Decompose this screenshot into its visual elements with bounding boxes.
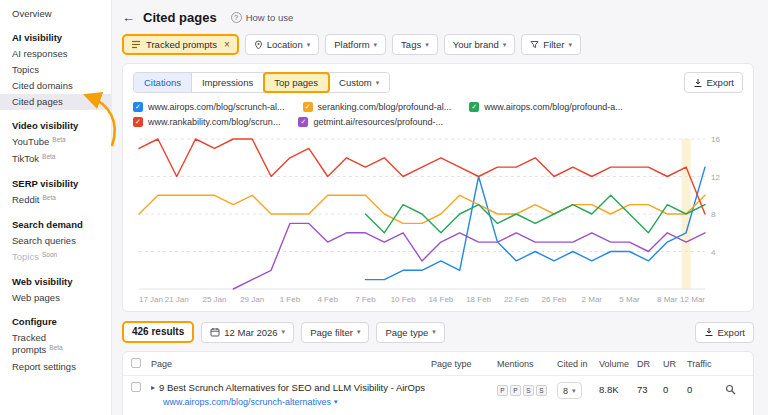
platform-badge-s: S <box>523 385 534 396</box>
svg-text:8: 8 <box>711 210 716 219</box>
line-chart: 48121617 Jan21 Jan25 Jan29 Jan1 Feb4 Feb… <box>133 131 743 309</box>
sidebar-label: AI visibility <box>12 32 62 43</box>
sidebar-item-youtube[interactable]: YouTubeBeta <box>0 134 111 151</box>
page-filter-dropdown[interactable]: Page filter ▾ <box>301 322 369 343</box>
mentions-cell: PPSS <box>497 382 557 396</box>
legend-item-4[interactable]: ✓getmint.ai/resources/profound-... <box>298 117 443 127</box>
main-content: ← Cited pages ? How to use Tracked promp… <box>112 0 768 415</box>
how-to-use-link[interactable]: ? How to use <box>231 12 294 23</box>
sidebar-item-tracked-prompts[interactable]: Tracked promptsBeta <box>0 330 111 359</box>
sidebar-item-reddit[interactable]: RedditBeta <box>0 192 111 209</box>
back-arrow-icon[interactable]: ← <box>122 10 135 25</box>
sidebar: OverviewAI visibilityAI responsesTopicsC… <box>0 0 112 415</box>
prompt-list-icon <box>131 40 141 49</box>
legend-label: seranking.com/blog/profound-al... <box>318 102 452 112</box>
sidebar-section-serp-visibility: SERP visibility <box>0 176 111 192</box>
platform-dropdown[interactable]: Platform ▾ <box>325 34 386 55</box>
chevron-down-icon: ▾ <box>307 41 311 49</box>
sidebar-item-overview[interactable]: Overview <box>0 6 111 22</box>
svg-text:4 Feb: 4 Feb <box>317 295 338 304</box>
svg-text:7 Feb: 7 Feb <box>355 295 376 304</box>
svg-text:17 Jan: 17 Jan <box>139 295 163 304</box>
legend-item-0[interactable]: ✓www.airops.com/blog/scrunch-al... <box>133 102 285 112</box>
sidebar-item-report-settings[interactable]: Report settings <box>0 359 111 375</box>
legend-checkbox-icon[interactable]: ✓ <box>133 102 143 112</box>
your-brand-dropdown[interactable]: Your brand ▾ <box>444 34 516 55</box>
svg-text:21 Jan: 21 Jan <box>165 295 189 304</box>
tab-impressions[interactable]: Impressions <box>192 73 264 92</box>
badge-soon: Soon <box>42 251 57 258</box>
tracked-prompts-chip[interactable]: Tracked prompts × <box>122 34 239 55</box>
chip-close-icon[interactable]: × <box>224 39 230 50</box>
tags-dropdown[interactable]: Tags ▾ <box>392 34 438 55</box>
page-url-link[interactable]: www.airops.com/blog/scrunch-alternatives… <box>163 397 431 407</box>
date-range-label: 12 Mar 2026 <box>224 327 277 338</box>
traffic-cell: 0 <box>687 382 725 395</box>
col-ur[interactable]: UR <box>663 359 687 369</box>
svg-text:1 Feb: 1 Feb <box>280 295 301 304</box>
sidebar-item-ai-responses[interactable]: AI responses <box>0 46 111 62</box>
svg-text:12 Mar: 12 Mar <box>680 295 705 304</box>
tab-citations[interactable]: Citations <box>134 73 192 92</box>
sidebar-item-cited-pages[interactable]: Cited pages <box>0 94 111 110</box>
platform-badge-s: S <box>536 385 547 396</box>
legend-checkbox-icon[interactable]: ✓ <box>469 102 479 112</box>
page-url-text: www.airops.com/blog/scrunch-alternatives <box>163 397 331 407</box>
tab-custom[interactable]: Custom ▾ <box>329 73 389 92</box>
legend-item-2[interactable]: ✓www.airops.com/blog/profound-a... <box>469 102 623 112</box>
legend-checkbox-icon[interactable]: ✓ <box>303 102 313 112</box>
chevron-down-icon: ▾ <box>357 328 361 336</box>
col-mentions[interactable]: Mentions <box>497 359 557 369</box>
page-title: Cited pages <box>143 10 217 25</box>
chart-export-button[interactable]: Export <box>684 72 743 93</box>
legend-label: www.airops.com/blog/profound-a... <box>484 102 623 112</box>
legend-item-1[interactable]: ✓seranking.com/blog/profound-al... <box>303 102 452 112</box>
chart-legend: ✓www.airops.com/blog/scrunch-al...✓seran… <box>133 102 743 127</box>
platform-badge-p: P <box>510 385 521 396</box>
legend-checkbox-icon[interactable]: ✓ <box>133 117 143 127</box>
svg-text:18 Feb: 18 Feb <box>466 295 491 304</box>
sidebar-label: AI responses <box>12 48 67 59</box>
col-cited-in[interactable]: Cited in <box>557 359 599 369</box>
legend-checkbox-icon[interactable]: ✓ <box>298 117 308 127</box>
cited-in-dropdown[interactable]: 8 ▾ <box>557 382 582 399</box>
sidebar-label: Tracked prompts <box>12 332 46 355</box>
page-type-dropdown[interactable]: Page type ▾ <box>376 322 444 343</box>
sidebar-nav: OverviewAI visibilityAI responsesTopicsC… <box>0 6 111 375</box>
col-volume[interactable]: Volume <box>599 359 637 369</box>
sidebar-item-search-queries[interactable]: Search queries <box>0 233 111 249</box>
table-export-button[interactable]: Export <box>695 322 754 343</box>
col-traffic[interactable]: Traffic <box>687 359 725 369</box>
volume-cell: 8.8K <box>599 382 637 395</box>
sidebar-label: Cited pages <box>12 96 63 107</box>
location-pin-icon <box>254 40 263 50</box>
tab-top-pages[interactable]: Top pages <box>264 73 329 92</box>
sidebar-label: TikTok <box>12 153 39 164</box>
export-icon <box>704 327 714 337</box>
ur-cell: 0 <box>663 382 687 395</box>
inspect-icon[interactable] <box>725 382 745 397</box>
chevron-down-icon: ▾ <box>334 398 338 406</box>
col-page-type[interactable]: Page type <box>431 359 497 369</box>
how-to-use-label: How to use <box>246 12 294 23</box>
col-page[interactable]: Page <box>151 359 431 369</box>
chevron-down-icon: ▾ <box>568 41 572 49</box>
badge-beta: Beta <box>42 153 55 160</box>
expand-caret-icon[interactable]: ▸ <box>151 383 155 392</box>
sidebar-label: Cited domains <box>12 80 73 91</box>
sidebar-item-topics[interactable]: TopicsSoon <box>0 249 111 266</box>
select-all-checkbox[interactable] <box>131 358 141 368</box>
location-dropdown[interactable]: Location ▾ <box>245 34 319 55</box>
sidebar-item-topics[interactable]: Topics <box>0 62 111 78</box>
sidebar-item-web-pages[interactable]: Web pages <box>0 290 111 306</box>
row-checkbox[interactable] <box>131 382 141 392</box>
page-cell: ▸ 9 Best Scrunch Alternatives for SEO an… <box>151 382 431 407</box>
sidebar-item-tiktok[interactable]: TikTokBeta <box>0 151 111 168</box>
col-dr[interactable]: DR <box>637 359 663 369</box>
date-range-dropdown[interactable]: 12 Mar 2026 ▾ <box>201 322 294 343</box>
chevron-down-icon: ▾ <box>425 41 429 49</box>
legend-item-3[interactable]: ✓www.rankability.com/blog/scrun... <box>133 117 280 127</box>
sidebar-label: Configure <box>12 316 57 327</box>
filter-dropdown[interactable]: Filter ▾ <box>521 34 581 55</box>
sidebar-item-cited-domains[interactable]: Cited domains <box>0 78 111 94</box>
